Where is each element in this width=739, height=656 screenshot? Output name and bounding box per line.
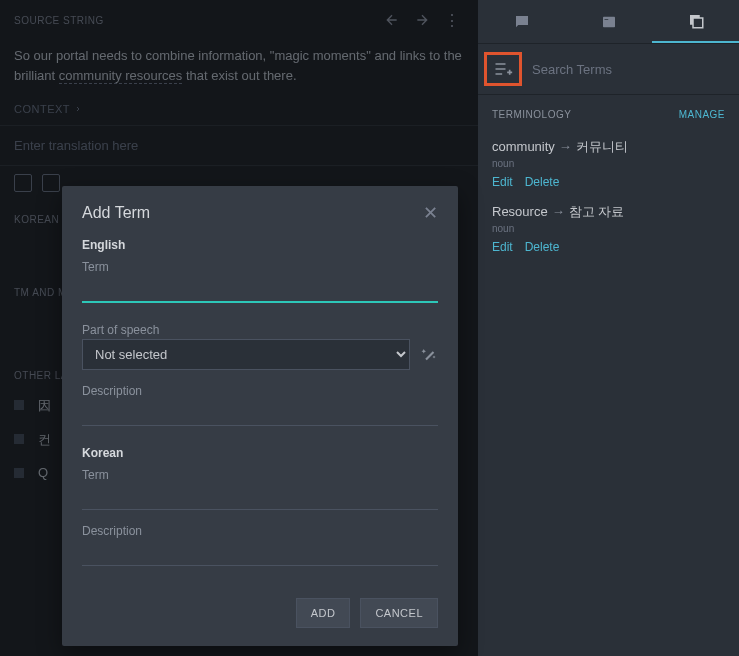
tab-terms[interactable] <box>652 0 739 43</box>
term-pos: noun <box>492 223 725 234</box>
terminology-header: TERMINOLOGY MANAGE <box>478 95 739 130</box>
tab-comments[interactable] <box>478 0 565 43</box>
arrow-icon: → <box>552 204 565 219</box>
add-term-button[interactable] <box>493 59 513 79</box>
book-icon <box>600 13 618 31</box>
term-pos: noun <box>492 158 725 169</box>
term-line: community→커뮤니티 <box>492 138 725 156</box>
right-pane: Search Terms TERMINOLOGY MANAGE communit… <box>478 0 739 656</box>
korean-term-input[interactable] <box>82 484 438 510</box>
manage-link[interactable]: MANAGE <box>679 109 725 120</box>
edit-term-link[interactable]: Edit <box>492 240 513 254</box>
term-source: Resource <box>492 204 548 219</box>
svg-rect-3 <box>693 18 703 28</box>
lang2-label: Korean <box>82 446 438 460</box>
svg-rect-0 <box>603 16 615 27</box>
add-list-icon <box>493 59 513 79</box>
term-target: 참고 자료 <box>569 204 625 219</box>
delete-term-link[interactable]: Delete <box>525 175 560 189</box>
term-entry: community→커뮤니티 noun Edit Delete <box>478 130 739 195</box>
modal-header: Add Term ✕ <box>82 204 438 222</box>
term-source: community <box>492 139 555 154</box>
pos-row: Not selected <box>82 339 438 370</box>
term-target: 커뮤니티 <box>576 139 628 154</box>
search-row: Search Terms <box>478 44 739 95</box>
add-button[interactable]: ADD <box>296 598 351 628</box>
delete-term-link[interactable]: Delete <box>525 240 560 254</box>
modal-footer: ADD CANCEL <box>82 598 438 628</box>
part-of-speech-select[interactable]: Not selected <box>82 339 410 370</box>
sidebar-tabs <box>478 0 739 44</box>
english-term-input[interactable] <box>82 276 438 303</box>
desc-field-label: Description <box>82 384 438 398</box>
close-button[interactable]: ✕ <box>423 204 438 222</box>
stack-icon <box>687 12 705 30</box>
wand-icon <box>420 346 438 364</box>
term-line: Resource→참고 자료 <box>492 203 725 221</box>
term-actions: Edit Delete <box>492 175 725 189</box>
svg-rect-1 <box>604 19 608 20</box>
korean-description-input[interactable] <box>82 540 438 566</box>
lang1-label: English <box>82 238 438 252</box>
terminology-label: TERMINOLOGY <box>492 109 571 120</box>
search-terms-input[interactable]: Search Terms <box>528 62 729 77</box>
modal-title: Add Term <box>82 204 150 222</box>
desc-field-label-2: Description <box>82 524 438 538</box>
add-term-highlight <box>484 52 522 86</box>
edit-term-link[interactable]: Edit <box>492 175 513 189</box>
term-field-label: Term <box>82 260 438 274</box>
search-placeholder: Search Terms <box>532 62 612 77</box>
auto-detect-button[interactable] <box>420 346 438 364</box>
arrow-icon: → <box>559 139 572 154</box>
cancel-button[interactable]: CANCEL <box>360 598 438 628</box>
term-entry: Resource→참고 자료 noun Edit Delete <box>478 195 739 260</box>
add-term-modal: Add Term ✕ English Term Part of speech N… <box>62 186 458 646</box>
term-actions: Edit Delete <box>492 240 725 254</box>
comment-icon <box>513 13 531 31</box>
pos-field-label: Part of speech <box>82 323 438 337</box>
tab-book[interactable] <box>565 0 652 43</box>
term-field-label-2: Term <box>82 468 438 482</box>
english-description-input[interactable] <box>82 400 438 426</box>
